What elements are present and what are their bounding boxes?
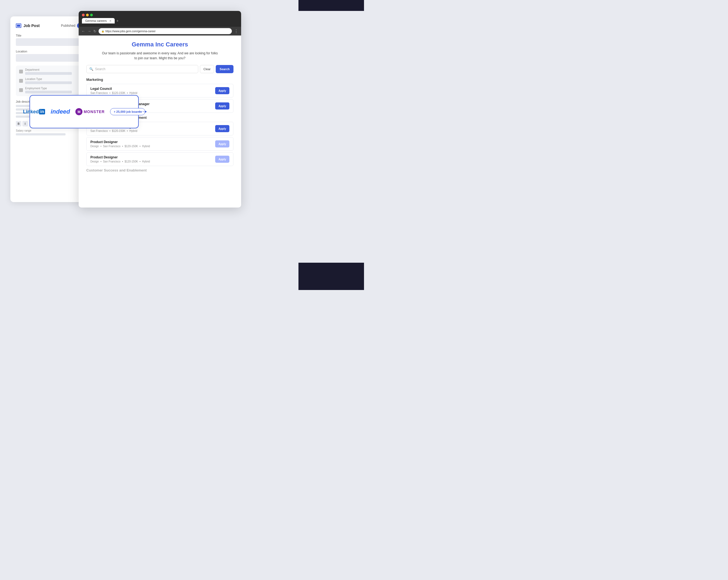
careers-subtitle: Our team is passionate and awesome in ev… xyxy=(86,51,233,61)
monster-m-circle: M xyxy=(75,108,82,115)
department-content: Department xyxy=(25,68,83,75)
title-field-section: Title xyxy=(16,34,87,46)
browser-chrome: Gemma careers ✕ + xyxy=(79,11,241,27)
salary-range-label: Salary range xyxy=(16,129,87,132)
apply-button-legal-council[interactable]: Apply xyxy=(215,87,229,94)
tab-title: Gemma careers xyxy=(85,19,107,22)
meta-section: Department Location Type Employment Type xyxy=(16,65,87,96)
italic-button[interactable]: I xyxy=(22,121,28,126)
browser-nav: ← → ↻ 🔒 https://www.jobs.gem.com/gemma-c… xyxy=(79,27,241,35)
title-input[interactable] xyxy=(16,38,87,46)
employment-type-content: Employment Type xyxy=(25,87,83,94)
location-type-icon xyxy=(19,79,23,83)
linkedin-text: Linked xyxy=(23,109,39,115)
job-info-product-designer-2: Product Designer Design • San Francisco … xyxy=(90,155,150,163)
apply-button-product-designer-1[interactable]: Apply xyxy=(215,140,229,148)
linkedin-logo: Linkedin xyxy=(23,109,45,115)
search-button[interactable]: Search xyxy=(216,65,233,73)
job-meta-csm: San Francisco • $120-150K • Hybrid xyxy=(90,129,137,132)
apply-button-product-designer-2[interactable]: Apply xyxy=(215,156,229,163)
monster-m: M xyxy=(78,110,81,114)
section-header-marketing: Marketing xyxy=(86,78,233,82)
location-label: Location xyxy=(16,50,87,53)
job-title-product-designer-2: Product Designer xyxy=(90,155,150,159)
title-label: Title xyxy=(16,34,87,37)
monster-text: MONSTER xyxy=(83,109,105,114)
active-tab[interactable]: Gemma careers ✕ xyxy=(82,18,115,24)
job-meta-product-designer-1: Design • San Francisco • $120-150K • Hyb… xyxy=(90,145,150,148)
job-title-legal-council: Legal Council xyxy=(90,87,137,91)
bg-bottom-right xyxy=(298,263,364,290)
salary-range-value xyxy=(16,133,66,135)
job-meta-product-designer-2: Design • San Francisco • $120-150K • Hyb… xyxy=(90,160,150,163)
employment-type-field-label: Employment Type xyxy=(25,87,83,90)
job-post-header: Job Post Published xyxy=(16,23,87,28)
forward-button[interactable]: → xyxy=(87,29,91,33)
search-input-wrap: 🔍 Search xyxy=(86,65,198,73)
job-card-product-designer-2: Product Designer Design • San Francisco … xyxy=(86,152,233,166)
published-text: Published xyxy=(61,24,75,28)
monster-logo: M MONSTER xyxy=(75,108,105,115)
job-title-product-designer-1: Product Designer xyxy=(90,140,150,144)
job-card-product-designer-1: Product Designer Design • San Francisco … xyxy=(86,137,233,151)
search-icon: 🔍 xyxy=(89,67,94,71)
job-meta-legal-council: San Francisco • $120-150K • Hybrid xyxy=(90,91,137,95)
location-field-section: Location xyxy=(16,50,87,62)
section-header-customer-success-2: Customer Success and Enablement xyxy=(86,168,233,172)
job-info-product-designer-1: Product Designer Design • San Francisco … xyxy=(90,140,150,148)
job-post-title-row: Job Post xyxy=(16,24,40,28)
job-info-legal-council: Legal Council San Francisco • $120-150K … xyxy=(90,87,137,95)
employment-type-icon xyxy=(19,88,23,92)
refresh-button[interactable]: ↻ xyxy=(94,29,96,33)
department-icon xyxy=(19,70,23,74)
job-post-label: Job Post xyxy=(24,24,40,28)
dot-close[interactable] xyxy=(82,14,85,17)
back-button[interactable]: ← xyxy=(81,29,85,33)
department-field-label: Department xyxy=(25,68,83,71)
indeed-text: indeed xyxy=(51,108,70,115)
new-tab-button[interactable]: + xyxy=(116,19,119,23)
job-post-icon xyxy=(16,24,21,28)
location-type-field-label: Location Type xyxy=(25,78,83,81)
bold-button[interactable]: B xyxy=(16,121,21,126)
url-text: https://www.jobs.gem.com/gemma-career xyxy=(105,30,156,33)
dashed-arrow-icon xyxy=(138,109,147,114)
tab-row: Gemma careers ✕ + xyxy=(82,18,238,24)
job-boards-banner: Linkedin indeed M MONSTER + 25,000 job b… xyxy=(29,95,139,128)
employment-type-row: Employment Type xyxy=(19,87,83,94)
department-row: Department xyxy=(19,68,83,75)
search-input-placeholder: Search xyxy=(95,67,105,71)
department-field-value xyxy=(25,72,72,75)
apply-button-senior-marketing[interactable]: Apply xyxy=(215,102,229,109)
location-input[interactable] xyxy=(16,54,87,62)
indeed-logo: indeed xyxy=(51,108,70,115)
lock-icon: 🔒 xyxy=(101,30,104,32)
location-type-field-value xyxy=(25,81,72,84)
clear-button[interactable]: Clear xyxy=(200,65,214,73)
salary-section: Salary range xyxy=(16,129,87,135)
employment-type-field-value xyxy=(25,91,72,94)
careers-title: Gemma Inc Careers xyxy=(86,41,233,48)
location-type-content: Location Type xyxy=(25,78,83,84)
linkedin-in-box: in xyxy=(39,109,45,114)
dot-minimize[interactable] xyxy=(86,14,89,17)
svg-marker-1 xyxy=(145,111,147,113)
dot-maximize[interactable] xyxy=(90,14,93,17)
bg-top-right xyxy=(298,0,364,11)
url-bar[interactable]: 🔒 https://www.jobs.gem.com/gemma-career xyxy=(99,28,232,34)
apply-button-csm[interactable]: Apply xyxy=(215,125,229,132)
location-type-row: Location Type xyxy=(19,78,83,84)
tab-close-button[interactable]: ✕ xyxy=(109,19,111,22)
browser-dots-row xyxy=(82,14,238,17)
browser-menu-button[interactable]: ⋮ xyxy=(234,29,238,34)
search-row: 🔍 Search Clear Search xyxy=(86,65,233,73)
